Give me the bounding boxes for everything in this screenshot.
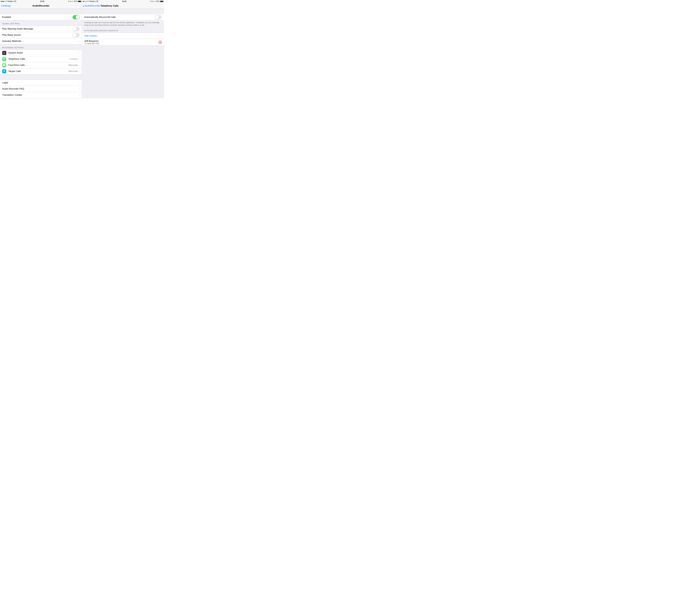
orientation-lock-icon: ⟳ bbox=[68, 0, 70, 2]
section-header-contacts: AUTO RECORD SPECIFIC CONTACTS bbox=[82, 27, 164, 33]
carrier-label: T-Mobile bbox=[6, 0, 13, 2]
facetime-icon bbox=[2, 63, 6, 67]
row-detail: Custom bbox=[70, 57, 78, 61]
network-label: LTE bbox=[96, 0, 98, 2]
carrier-label: T-Mobile bbox=[88, 0, 95, 2]
row-translation-credits[interactable]: Translation Credits › bbox=[0, 92, 82, 98]
battery-icon bbox=[160, 1, 163, 2]
row-label: Play Warning Audio Message bbox=[2, 28, 72, 30]
row-facetime-calls[interactable]: FaceTime Calls Manually › bbox=[0, 62, 82, 68]
row-label: Add contact... bbox=[84, 34, 162, 37]
row-label: Skype Calls bbox=[9, 70, 68, 73]
toggle-play-beep[interactable] bbox=[72, 33, 80, 37]
chevron-right-icon: › bbox=[79, 51, 80, 54]
skype-icon: S bbox=[2, 69, 6, 73]
section-header-global: GLOBAL SETTINGS bbox=[0, 20, 82, 26]
row-label: Legal bbox=[2, 81, 79, 84]
row-faq[interactable]: Audio Recorder FAQ › bbox=[0, 86, 82, 92]
chevron-right-icon: › bbox=[79, 87, 80, 90]
section-footer-auto: Enabling all calls will record all calls… bbox=[82, 20, 164, 27]
row-activator-methods[interactable]: Activator Methods › bbox=[0, 38, 82, 44]
row-label: Play Beep Sound bbox=[2, 34, 72, 36]
row-detail: Manually bbox=[68, 64, 78, 67]
section-header-recording: RECORDING SETTINGS bbox=[0, 44, 82, 50]
row-label: System Audio bbox=[9, 51, 79, 54]
close-icon: x bbox=[160, 41, 160, 43]
battery-pct-label: 97% bbox=[156, 0, 159, 2]
back-button[interactable]: ‹ Settings bbox=[0, 4, 11, 7]
location-icon: ➤ bbox=[70, 0, 71, 2]
clock-label: 11:31 bbox=[40, 0, 44, 2]
location-icon: ➤ bbox=[152, 0, 154, 2]
orientation-lock-icon: ⟳ bbox=[150, 0, 152, 2]
chevron-right-icon: › bbox=[79, 70, 80, 73]
row-skype-calls[interactable]: S Skype Calls Manually › bbox=[0, 68, 82, 74]
bluetooth-icon: ✻ bbox=[154, 0, 156, 2]
row-label: Audio Recorder FAQ bbox=[2, 87, 79, 90]
row-system-audio[interactable]: System Audio › bbox=[0, 50, 82, 56]
row-auto-record-all[interactable]: Automatically Record All Calls bbox=[82, 14, 164, 20]
back-button[interactable]: ‹ AudioRecorder bbox=[82, 4, 100, 7]
row-play-beep[interactable]: Play Beep Sound bbox=[0, 32, 82, 38]
row-label: FaceTime Calls bbox=[9, 64, 68, 67]
row-enabled[interactable]: Enabled bbox=[0, 14, 82, 20]
phone-icon: ✆ bbox=[2, 57, 6, 61]
back-label: Settings bbox=[2, 4, 11, 7]
contact-phone: +1 (408) 800-1526 bbox=[84, 43, 159, 45]
chevron-right-icon: › bbox=[79, 40, 80, 43]
signal-strength-icon bbox=[83, 1, 88, 2]
chevron-right-icon: › bbox=[79, 94, 80, 97]
row-legal[interactable]: Legal › bbox=[0, 80, 82, 86]
row-detail: Manually bbox=[68, 70, 78, 73]
row-label: Automatically Record All Calls bbox=[84, 16, 155, 19]
network-label: LTE bbox=[13, 0, 16, 2]
battery-icon bbox=[78, 1, 81, 2]
page-title: AudioRecorder bbox=[0, 4, 82, 7]
chevron-left-icon: ‹ bbox=[83, 4, 84, 7]
row-label: Enabled bbox=[2, 16, 72, 19]
back-label: AudioRecorder bbox=[84, 4, 100, 7]
navigation-bar: ‹ Settings AudioRecorder bbox=[0, 3, 82, 9]
navigation-bar: ‹ AudioRecorder Telephony Calls bbox=[82, 3, 164, 9]
chevron-right-icon: › bbox=[79, 64, 80, 67]
row-telephony-calls[interactable]: ✆ Telephony Calls Custom › bbox=[0, 56, 82, 62]
phone-audiorecorder-settings: T-Mobile LTE 11:31 ⟳ ➤ ✻ 97% ‹ Settings … bbox=[0, 0, 82, 98]
row-label: Telephony Calls bbox=[9, 57, 70, 61]
contact-name: Jeff Benjamin bbox=[84, 40, 159, 43]
battery-pct-label: 97% bbox=[74, 0, 78, 2]
bluetooth-icon: ✻ bbox=[72, 0, 73, 2]
toggle-auto-record[interactable] bbox=[155, 15, 162, 19]
row-label: Activator Methods bbox=[2, 40, 79, 43]
signal-strength-icon bbox=[1, 1, 6, 2]
speaker-icon bbox=[2, 51, 6, 55]
row-add-contact[interactable]: Add contact... bbox=[82, 33, 164, 39]
row-label: Translation Credits bbox=[2, 94, 79, 96]
toggle-enabled[interactable] bbox=[72, 15, 80, 19]
status-bar: T-Mobile LTE 11:31 ⟳ ➤ ✻ 97% bbox=[82, 0, 164, 3]
chevron-right-icon: › bbox=[79, 57, 80, 61]
toggle-play-warning[interactable] bbox=[72, 27, 80, 31]
phone-telephony-calls: T-Mobile LTE 11:31 ⟳ ➤ ✻ 97% ‹ AudioReco… bbox=[82, 0, 164, 98]
delete-contact-button[interactable]: x bbox=[159, 41, 162, 44]
svg-rect-0 bbox=[3, 64, 5, 66]
chevron-left-icon: ‹ bbox=[1, 4, 2, 7]
chevron-right-icon: › bbox=[79, 81, 80, 84]
status-bar: T-Mobile LTE 11:31 ⟳ ➤ ✻ 97% bbox=[0, 0, 82, 3]
row-contact[interactable]: Jeff Benjamin +1 (408) 800-1526 x bbox=[82, 39, 164, 46]
clock-label: 11:31 bbox=[122, 0, 126, 2]
page-title: Telephony Calls bbox=[101, 4, 119, 7]
row-play-warning[interactable]: Play Warning Audio Message bbox=[0, 26, 82, 32]
